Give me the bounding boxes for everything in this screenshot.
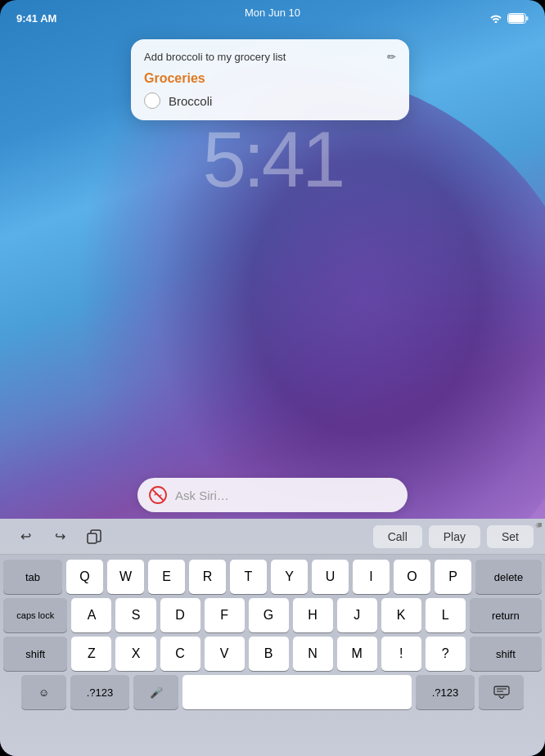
copy-icon [87,529,101,544]
delete-key[interactable]: delete [475,560,542,594]
reminder-list-title: Groceries [144,71,396,86]
status-icons [489,13,529,24]
key-e[interactable]: E3 [148,560,185,594]
key-f[interactable]: F& [205,598,245,632]
key-z[interactable]: Z [71,637,111,671]
redo-button[interactable]: ↪ [46,523,74,551]
caps-lock-key[interactable]: caps lock [3,598,67,632]
key-g[interactable]: G* [249,598,289,632]
notification-header-text: Add broccoli to my grocery list [144,51,286,63]
call-button[interactable]: Call [373,525,422,548]
key-r[interactable]: R4 [189,560,226,594]
notification-header: Add broccoli to my grocery list ✏ [144,51,396,63]
return-key[interactable]: return [470,598,542,632]
key-h[interactable]: H" [293,598,333,632]
svg-rect-5 [88,533,97,543]
key-a[interactable]: A@ [71,598,111,632]
numpad-right-key[interactable]: .?123 [416,675,475,709]
status-bar: 9:41 AM Mon Jun 10 [0,0,545,29]
key-v[interactable]: V [205,637,245,671]
wifi-icon [489,13,502,23]
edit-icon[interactable]: ✏ [387,51,396,63]
keyboard-toolbar: ↩ ↪ Call Play Set [0,519,545,555]
shift-left-key[interactable]: shift [3,637,67,671]
battery-icon [507,13,529,24]
key-n[interactable]: N [293,637,333,671]
key-x[interactable]: X [115,637,155,671]
status-date: Mon Jun 10 [245,7,300,19]
siri-placeholder: Ask Siri… [175,488,229,502]
siri-icon [149,486,167,504]
key-question[interactable]: ? [426,637,466,671]
space-key[interactable] [182,675,412,709]
notification-card: Add broccoli to my grocery list ✏ Grocer… [131,39,409,120]
copy-button[interactable] [80,523,108,551]
numpad-left-key[interactable]: .?123 [70,675,129,709]
key-o[interactable]: O9 [394,560,430,594]
key-w[interactable]: W2 [107,560,144,594]
svg-rect-6 [494,686,509,695]
key-row-4: ☺ .?123 🎤 .?123 [3,675,542,709]
svg-rect-2 [526,16,529,20]
keyboard[interactable]: ↩ ↪ Call Play Set tab Q1 W2 E3 R4 T5 Y6 … [0,519,545,756]
emoji-key[interactable]: ☺ [21,675,66,709]
key-p[interactable]: P0 [435,560,471,594]
tab-key[interactable]: tab [3,560,62,594]
key-row-2: caps lock A@ S# D$ F& G* H" J' K L retur… [3,598,542,632]
undo-button[interactable]: ↩ [11,523,39,551]
keyboard-down-icon [493,686,510,699]
dictate-key[interactable]: 🎤 [133,675,178,709]
key-row-1: tab Q1 W2 E3 R4 T5 Y6 U7 I8 O9 P0 delete [3,560,542,594]
svg-rect-1 [509,14,525,22]
set-button[interactable]: Set [487,525,534,548]
reminder-checkbox[interactable] [144,92,160,109]
key-q[interactable]: Q1 [66,560,103,594]
reminder-item-label: Broccoli [169,94,212,108]
key-t[interactable]: T5 [230,560,267,594]
key-j[interactable]: J' [337,598,377,632]
reminder-item: Broccoli [144,92,396,109]
keyboard-dismiss-key[interactable] [479,675,524,709]
keyboard-keys: tab Q1 W2 E3 R4 T5 Y6 U7 I8 O9 P0 delete… [0,555,545,713]
key-i[interactable]: I8 [353,560,390,594]
key-c[interactable]: C [160,637,200,671]
siri-bar[interactable]: Ask Siri… [137,478,408,512]
shift-right-key[interactable]: shift [470,637,542,671]
key-d[interactable]: D$ [160,598,200,632]
key-l[interactable]: L [426,598,466,632]
key-y[interactable]: Y6 [271,560,308,594]
key-k[interactable]: K [381,598,421,632]
key-row-3: shift Z X C V B N M ! ? shift [3,637,542,671]
status-time: 9:41 AM [16,12,56,25]
key-exclamation[interactable]: ! [381,637,421,671]
key-u[interactable]: U7 [312,560,349,594]
key-s[interactable]: S# [115,598,155,632]
key-m[interactable]: M [337,637,377,671]
key-b[interactable]: B [249,637,289,671]
play-button[interactable]: Play [429,525,480,548]
